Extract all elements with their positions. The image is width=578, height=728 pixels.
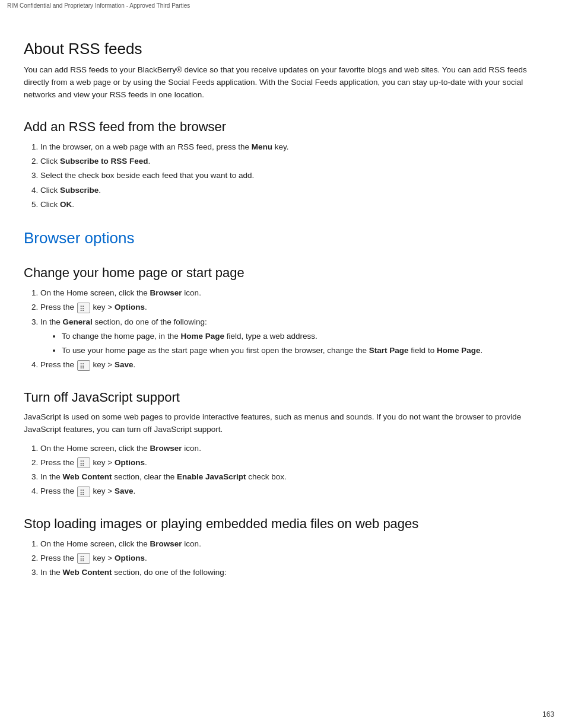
list-item: On the Home screen, click the Browser ic…: [40, 287, 554, 300]
list-item: Press the key > Options.: [40, 552, 554, 565]
menu-key-icon: [77, 303, 90, 313]
bold-text: Home Page: [180, 332, 224, 341]
list-item: Click Subscribe to RSS Feed.: [40, 155, 554, 168]
list-item: To change the home page, in the Home Pag…: [62, 330, 554, 343]
stop-loading-title: Stop loading images or playing embedded …: [24, 516, 554, 532]
add-rss-title: Add an RSS feed from the browser: [24, 119, 554, 135]
bold-text: Save: [115, 487, 134, 495]
list-item: To use your home page as the start page …: [62, 344, 554, 357]
javascript-body: JavaScript is used on some web pages to …: [24, 411, 554, 436]
javascript-title: Turn off JavaScript support: [24, 390, 554, 405]
javascript-steps: On the Home screen, click the Browser ic…: [40, 442, 554, 498]
stop-loading-section: Stop loading images or playing embedded …: [24, 516, 554, 580]
change-home-steps: On the Home screen, click the Browser ic…: [40, 287, 554, 372]
bold-text: OK: [60, 200, 72, 209]
bold-text: Options: [115, 458, 145, 467]
bold-text: Start Page: [369, 346, 409, 355]
list-item: Click OK.: [40, 198, 554, 211]
menu-key-icon: [77, 360, 90, 371]
bold-text: Subscribe: [60, 186, 99, 195]
change-home-title: Change your home page or start page: [24, 265, 554, 281]
about-rss-title: About RSS feeds: [24, 40, 554, 58]
bold-text: General: [63, 317, 93, 326]
list-item: In the Web Content section, do one of th…: [40, 566, 554, 579]
bold-text: Browser: [150, 288, 182, 297]
bold-text: Subscribe to RSS Feed: [60, 157, 148, 166]
list-item: Press the key > Save.: [40, 485, 554, 498]
menu-key-icon: [77, 553, 90, 564]
stop-loading-steps: On the Home screen, click the Browser ic…: [40, 538, 554, 580]
javascript-section: Turn off JavaScript support JavaScript i…: [24, 390, 554, 498]
list-item: On the Home screen, click the Browser ic…: [40, 538, 554, 551]
about-rss-section: About RSS feeds You can add RSS feeds to…: [24, 40, 554, 101]
change-home-section: Change your home page or start page On t…: [24, 265, 554, 372]
page-number: 163: [542, 710, 554, 719]
bold-text: Enable JavaScript: [177, 472, 246, 481]
bold-text: Home Page: [437, 346, 481, 355]
list-item: Press the key > Options.: [40, 456, 554, 469]
list-item: Click Subscribe.: [40, 184, 554, 197]
bold-text: Browser: [150, 444, 182, 453]
bold-text: Menu: [252, 142, 272, 151]
list-item: Select the check box beside each feed th…: [40, 169, 554, 182]
list-item: Press the key > Save.: [40, 358, 554, 371]
bullet-list: To change the home page, in the Home Pag…: [62, 330, 554, 358]
about-rss-body: You can add RSS feeds to your BlackBerry…: [24, 64, 554, 101]
list-item: Press the key > Options.: [40, 301, 554, 314]
add-rss-steps: In the browser, on a web page with an RS…: [40, 141, 554, 211]
bold-text: Browser: [150, 539, 182, 548]
bold-text: Web Content: [63, 568, 112, 577]
bold-text: Save: [115, 360, 134, 369]
add-rss-section: Add an RSS feed from the browser In the …: [24, 119, 554, 211]
bold-text: Options: [115, 554, 145, 562]
bold-text: Web Content: [63, 472, 112, 481]
bold-text: Options: [115, 303, 145, 311]
browser-options-title: Browser options: [24, 229, 554, 247]
list-item: On the Home screen, click the Browser ic…: [40, 442, 554, 455]
list-item: In the browser, on a web page with an RS…: [40, 141, 554, 154]
page-header: RIM Confidential and Proprietary Informa…: [0, 0, 578, 11]
list-item: In the Web Content section, clear the En…: [40, 471, 554, 484]
menu-key-icon: [77, 487, 90, 497]
list-item: In the General section, do one of the fo…: [40, 316, 554, 358]
browser-options-section: Browser options: [24, 229, 554, 247]
menu-key-icon: [77, 457, 90, 468]
